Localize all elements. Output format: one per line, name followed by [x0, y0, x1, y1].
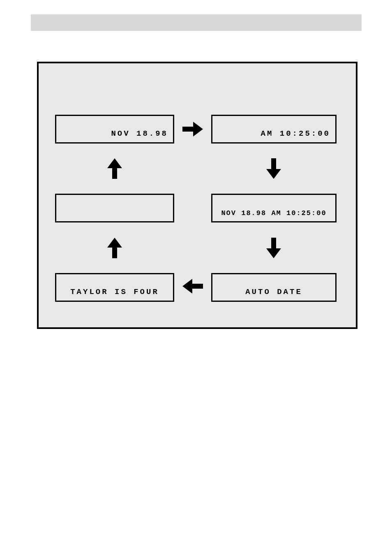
svg-marker-5 — [266, 169, 281, 179]
screen-time-label: AM 10:25:00 — [261, 129, 330, 138]
screen-title-label: TAYLOR IS FOUR — [61, 287, 168, 296]
screen-time: AM 10:25:00 — [211, 115, 337, 144]
screen-datetime: NOV 18.98 AM 10:25:00 — [211, 194, 337, 222]
arrow-up-icon-2 — [106, 235, 124, 261]
screen-title: TAYLOR IS FOUR — [55, 273, 174, 302]
screen-blank — [55, 194, 174, 222]
svg-rect-11 — [191, 284, 203, 289]
svg-marker-9 — [266, 248, 281, 258]
header-bar — [31, 14, 362, 31]
arrow-up-icon — [106, 156, 124, 181]
svg-marker-6 — [107, 238, 122, 248]
svg-rect-3 — [112, 167, 117, 179]
svg-rect-4 — [271, 158, 276, 170]
svg-marker-2 — [107, 158, 122, 168]
svg-marker-10 — [182, 279, 192, 294]
svg-rect-0 — [182, 127, 194, 132]
diagram-container: NOV 18.98 AM 10:25:00 NOV 18.98 AM 10:25… — [37, 62, 357, 329]
arrow-left-icon — [180, 277, 205, 295]
arrow-down-icon-2 — [265, 235, 283, 261]
screen-autodate-label: AUTO DATE — [217, 287, 330, 296]
screen-date-label: NOV 18.98 — [111, 129, 168, 138]
svg-rect-7 — [112, 247, 117, 258]
arrow-down-icon — [265, 156, 283, 181]
arrow-right-icon — [180, 120, 205, 138]
svg-marker-1 — [193, 122, 203, 137]
screen-date: NOV 18.98 — [55, 115, 174, 144]
svg-rect-8 — [271, 238, 276, 249]
screen-datetime-label: NOV 18.98 AM 10:25:00 — [221, 209, 326, 217]
screen-autodate: AUTO DATE — [211, 273, 337, 302]
